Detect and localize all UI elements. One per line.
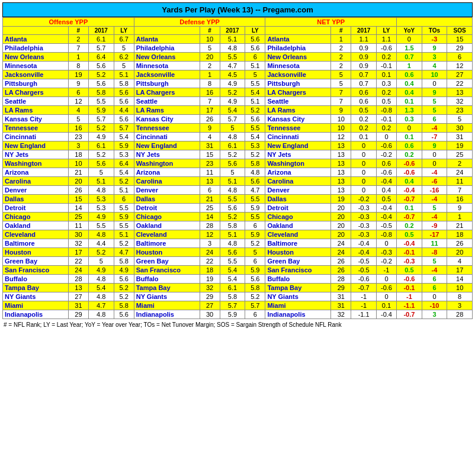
off-team[interactable]: NY Giants <box>3 292 69 301</box>
net-team[interactable]: Dallas <box>265 195 331 204</box>
tos-val: 9 <box>422 88 447 97</box>
off-team[interactable]: Kansas City <box>3 115 69 124</box>
off-team[interactable]: Houston <box>3 248 69 257</box>
def-team[interactable]: Green Bay <box>134 257 200 266</box>
def-team[interactable]: Cincinnati <box>134 133 200 141</box>
off-team[interactable]: LA Rams <box>3 106 69 115</box>
net-2017: -0.3 <box>351 221 377 230</box>
net-team[interactable]: Oakland <box>265 221 331 230</box>
off-team[interactable]: Tennessee <box>3 124 69 133</box>
net-team[interactable]: Philadelphia <box>265 44 331 53</box>
net-team[interactable]: Tampa Bay <box>265 284 331 292</box>
off-team[interactable]: Seattle <box>3 97 69 106</box>
def-team[interactable]: Atlanta <box>134 35 200 44</box>
def-team[interactable]: NY Jets <box>134 150 200 159</box>
net-team[interactable]: Jacksonville <box>265 70 331 79</box>
net-team[interactable]: Green Bay <box>265 257 331 266</box>
def-team[interactable]: Kansas City <box>134 115 200 124</box>
net-team[interactable]: Baltimore <box>265 239 331 248</box>
net-team[interactable]: Cleveland <box>265 230 331 239</box>
off-team[interactable]: San Francisco <box>3 266 69 275</box>
off-team[interactable]: Atlanta <box>3 35 69 44</box>
net-team[interactable]: Houston <box>265 248 331 257</box>
net-team[interactable]: Carolina <box>265 177 331 186</box>
net-team[interactable]: Minnesota <box>265 62 331 70</box>
def-team[interactable]: San Francisco <box>134 266 200 275</box>
def-team[interactable]: Indianapolis <box>134 310 200 319</box>
off-team[interactable]: Washington <box>3 159 69 168</box>
net-team[interactable]: Detroit <box>265 204 331 213</box>
def-team[interactable]: Houston <box>134 248 200 257</box>
net-team[interactable]: Buffalo <box>265 275 331 284</box>
off-team[interactable]: Tampa Bay <box>3 284 69 292</box>
yoy-val: 1.3 <box>397 106 422 115</box>
net-team[interactable]: New Orleans <box>265 53 331 62</box>
def-team[interactable]: Washington <box>134 159 200 168</box>
off-team[interactable]: Baltimore <box>3 239 69 248</box>
def-team[interactable]: Tennessee <box>134 124 200 133</box>
off-team[interactable]: Arizona <box>3 168 69 177</box>
def-team[interactable]: Detroit <box>134 204 200 213</box>
off-team[interactable]: Detroit <box>3 204 69 213</box>
net-team[interactable]: Arizona <box>265 168 331 177</box>
def-team[interactable]: New Orleans <box>134 53 200 62</box>
def-team[interactable]: Chicago <box>134 213 200 221</box>
net-team[interactable]: Seattle <box>265 97 331 106</box>
def-team[interactable]: Carolina <box>134 177 200 186</box>
off-team[interactable]: Miami <box>3 301 69 310</box>
def-team[interactable]: Tampa Bay <box>134 284 200 292</box>
net-team[interactable]: Denver <box>265 186 331 195</box>
def-team[interactable]: Denver <box>134 186 200 195</box>
off-team[interactable]: New Orleans <box>3 53 69 62</box>
def-team[interactable]: Arizona <box>134 168 200 177</box>
off-team[interactable]: New England <box>3 141 69 150</box>
off-team[interactable]: Jacksonville <box>3 70 69 79</box>
net-team[interactable]: Pittsburgh <box>265 79 331 88</box>
off-team[interactable]: Indianapolis <box>3 310 69 319</box>
def-team[interactable]: LA Rams <box>134 106 200 115</box>
net-team[interactable]: Washington <box>265 159 331 168</box>
def-team[interactable]: Miami <box>134 301 200 310</box>
off-team[interactable]: Denver <box>3 186 69 195</box>
def-team[interactable]: Oakland <box>134 221 200 230</box>
off-team[interactable]: Minnesota <box>3 62 69 70</box>
def-team[interactable]: Seattle <box>134 97 200 106</box>
off-team[interactable]: Buffalo <box>3 275 69 284</box>
net-team[interactable]: LA Rams <box>265 106 331 115</box>
def-team[interactable]: Buffalo <box>134 275 200 284</box>
def-team[interactable]: New England <box>134 141 200 150</box>
off-team[interactable]: Oakland <box>3 221 69 230</box>
net-team[interactable]: Kansas City <box>265 115 331 124</box>
net-team[interactable]: NY Giants <box>265 292 331 301</box>
off-team[interactable]: Chicago <box>3 213 69 221</box>
net-team[interactable]: Indianapolis <box>265 310 331 319</box>
def-team[interactable]: Minnesota <box>134 62 200 70</box>
off-team[interactable]: Dallas <box>3 195 69 204</box>
net-team[interactable]: San Francisco <box>265 266 331 275</box>
def-team[interactable]: Jacksonville <box>134 70 200 79</box>
off-team[interactable]: Pittsburgh <box>3 79 69 88</box>
off-team[interactable]: LA Chargers <box>3 88 69 97</box>
net-team[interactable]: LA Chargers <box>265 88 331 97</box>
off-team[interactable]: Philadelphia <box>3 44 69 53</box>
net-team[interactable]: New England <box>265 141 331 150</box>
off-2017: 5.5 <box>88 97 114 106</box>
def-team[interactable]: Dallas <box>134 195 200 204</box>
def-team[interactable]: Baltimore <box>134 239 200 248</box>
def-team[interactable]: Pittsburgh <box>134 79 200 88</box>
def-team[interactable]: Philadelphia <box>134 44 200 53</box>
net-team[interactable]: Tennessee <box>265 124 331 133</box>
def-team[interactable]: LA Chargers <box>134 88 200 97</box>
net-team[interactable]: Miami <box>265 301 331 310</box>
off-team[interactable]: Cleveland <box>3 230 69 239</box>
def-team[interactable]: NY Giants <box>134 292 200 301</box>
net-team[interactable]: Atlanta <box>265 35 331 44</box>
def-team[interactable]: Cleveland <box>134 230 200 239</box>
net-team[interactable]: NY Jets <box>265 150 331 159</box>
net-team[interactable]: Chicago <box>265 213 331 221</box>
off-team[interactable]: Green Bay <box>3 257 69 266</box>
off-team[interactable]: NY Jets <box>3 150 69 159</box>
off-team[interactable]: Carolina <box>3 177 69 186</box>
off-team[interactable]: Cincinnati <box>3 133 69 141</box>
net-team[interactable]: Cincinnati <box>265 133 331 141</box>
